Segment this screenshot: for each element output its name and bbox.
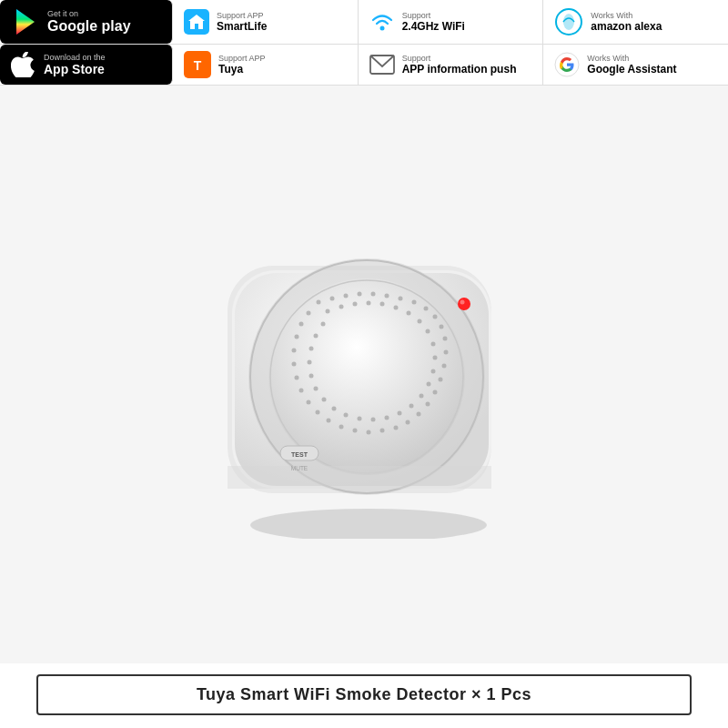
svg-point-18 [330, 296, 335, 300]
svg-point-66 [398, 410, 402, 415]
info-push-info: Support APP information push [402, 54, 517, 76]
svg-point-30 [442, 363, 447, 368]
google-play-info: Get it on Google play [47, 9, 131, 35]
product-image-area: TEST MUTE [0, 86, 728, 663]
wifi-info: Support 2.4GHz WiFi [402, 11, 465, 33]
svg-marker-0 [16, 9, 35, 35]
alexa-icon [554, 7, 583, 36]
badges-container: Get it on Google play Support APP SmartL… [0, 0, 728, 86]
svg-point-28 [443, 336, 448, 340]
svg-point-42 [316, 410, 320, 414]
smartlife-top-text: Support APP [217, 11, 267, 20]
svg-point-68 [371, 417, 376, 421]
svg-point-23 [399, 296, 403, 300]
svg-point-49 [299, 321, 304, 326]
svg-point-58 [418, 318, 422, 323]
svg-point-47 [292, 348, 297, 352]
alexa-info: Works With amazon alexa [591, 11, 662, 33]
svg-point-59 [426, 329, 430, 333]
svg-point-65 [410, 403, 414, 408]
app-store-badge[interactable]: Download on the App Store [0, 45, 173, 85]
svg-point-53 [353, 301, 358, 306]
svg-rect-82 [228, 466, 491, 489]
app-store-info: Download on the App Store [44, 53, 106, 76]
tuya-badge: T Support APP Tuya [173, 45, 359, 85]
google-assistant-top-text: Works With [587, 54, 676, 63]
product-label: Tuya Smart WiFi Smoke Detector × 1 Pcs [36, 674, 692, 715]
info-push-top-text: Support [402, 54, 517, 63]
svg-point-46 [292, 361, 297, 366]
svg-point-39 [353, 428, 358, 432]
svg-point-17 [317, 299, 321, 304]
svg-point-62 [431, 369, 436, 373]
svg-point-75 [308, 359, 312, 364]
svg-text:T: T [194, 58, 202, 73]
svg-point-64 [420, 393, 424, 398]
alexa-badge: Works With amazon alexa [543, 0, 728, 44]
tuya-main-text: Tuya [218, 63, 266, 76]
test-label: TEST [291, 451, 308, 458]
svg-point-45 [295, 375, 299, 379]
svg-point-25 [424, 306, 429, 310]
tuya-info: Support APP Tuya [218, 54, 266, 76]
google-play-top-text: Get it on [47, 9, 131, 18]
detector-wrapper: TEST MUTE [191, 202, 537, 548]
svg-point-27 [440, 324, 444, 329]
svg-point-26 [433, 314, 438, 318]
alexa-main-text: amazon alexa [591, 20, 662, 33]
google-play-icon [11, 7, 40, 36]
wifi-main-text: 2.4GHz WiFi [402, 20, 465, 33]
svg-point-31 [439, 377, 443, 381]
smartlife-icon [184, 9, 209, 35]
svg-point-61 [433, 355, 438, 359]
svg-point-77 [314, 333, 318, 338]
smartlife-info: Support APP SmartLife [217, 11, 267, 33]
app-store-top-text: Download on the [44, 53, 106, 62]
svg-point-76 [309, 346, 314, 350]
svg-point-55 [380, 301, 385, 306]
tuya-top-text: Support APP [218, 54, 266, 63]
svg-point-57 [407, 310, 411, 315]
svg-point-72 [322, 397, 327, 401]
svg-point-56 [394, 305, 399, 309]
badges-row-1: Get it on Google play Support APP SmartL… [0, 0, 728, 45]
svg-point-79 [458, 298, 470, 310]
svg-point-41 [327, 418, 331, 422]
svg-point-50 [307, 310, 311, 315]
svg-point-73 [314, 386, 318, 390]
google-play-badge[interactable]: Get it on Google play [0, 0, 173, 44]
wifi-top-text: Support [402, 11, 465, 20]
info-push-main-text: APP information push [402, 63, 517, 76]
svg-point-67 [385, 415, 389, 420]
google-assistant-badge: Works With Google Assistant [543, 45, 728, 85]
svg-point-34 [417, 411, 421, 416]
badges-row-2: Download on the App Store T Support APP … [0, 45, 728, 85]
svg-point-37 [380, 428, 385, 432]
svg-point-24 [412, 299, 417, 304]
smartlife-badge: Support APP SmartLife [173, 0, 359, 44]
svg-point-9 [250, 509, 487, 539]
google-assistant-info: Works With Google Assistant [587, 54, 676, 76]
svg-point-21 [371, 291, 376, 296]
tuya-icon: T [184, 51, 211, 78]
svg-point-80 [460, 299, 465, 304]
svg-point-4 [563, 14, 574, 30]
svg-point-2 [379, 26, 384, 31]
svg-point-43 [307, 399, 311, 404]
svg-point-33 [426, 401, 430, 406]
email-icon [369, 52, 395, 77]
smoke-detector-svg: TEST MUTE [200, 211, 528, 539]
svg-point-71 [332, 406, 337, 410]
svg-point-51 [326, 308, 330, 313]
svg-point-70 [344, 412, 349, 417]
google-assistant-main-text: Google Assistant [587, 63, 676, 76]
svg-point-40 [339, 424, 344, 429]
svg-point-22 [385, 293, 389, 298]
google-play-main-text: Google play [47, 18, 131, 35]
svg-point-20 [358, 291, 362, 296]
svg-point-60 [431, 341, 436, 346]
alexa-top-text: Works With [591, 11, 662, 20]
svg-point-44 [299, 388, 304, 392]
google-g-icon [554, 52, 580, 77]
apple-icon [11, 52, 36, 77]
